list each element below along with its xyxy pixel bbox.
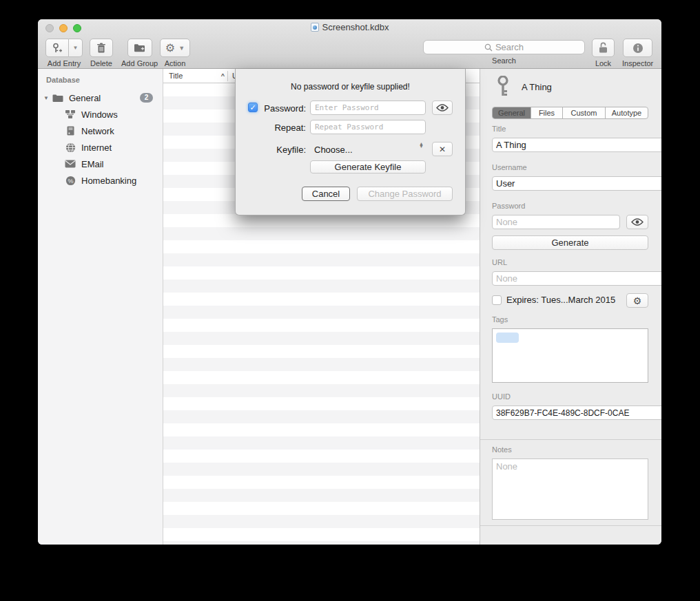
tab-autotype[interactable]: Autotype [606, 107, 648, 118]
inspector-panel: A Thing General Files Custom Autotype Ti… [480, 69, 661, 545]
sidebar-item-homebanking[interactable]: % Homebanking [38, 172, 163, 189]
change-password-sheet: No password or keyfile supplied! ✓ Passw… [235, 69, 466, 215]
gear-icon: ⚙ [165, 43, 175, 54]
password-field[interactable] [492, 215, 620, 229]
expires-settings-button[interactable]: ⚙ [626, 293, 648, 308]
action-group: ⚙ ▼ Action [160, 39, 190, 67]
tab-custom[interactable]: Custom [563, 107, 606, 118]
divider [480, 439, 661, 440]
add-entry-label: Add Entry [45, 59, 83, 67]
title-field[interactable] [492, 138, 661, 152]
sidebar-item-label: Windows [81, 109, 118, 120]
search-group: Search Search [423, 40, 585, 65]
sidebar-item-label: Internet [81, 143, 112, 153]
search-placeholder: Search [495, 42, 524, 52]
envelope-icon [64, 160, 76, 168]
toolbar: Screenshot.kdbx ▼ Add Entry [38, 19, 661, 69]
enter-password-field[interactable] [310, 101, 426, 115]
document-icon [311, 23, 319, 32]
add-entry-button[interactable]: ▼ [45, 39, 83, 57]
username-label: Username [492, 163, 648, 171]
generate-password-button[interactable]: Generate [492, 235, 648, 250]
folder-icon [52, 94, 64, 103]
sidebar-header: Database [38, 76, 163, 84]
column-header-title[interactable]: Title ^ [163, 72, 227, 80]
lock-group: Lock [592, 39, 615, 67]
delete-button[interactable] [90, 39, 113, 57]
add-group-group: Add Group [121, 39, 158, 67]
uuid-field[interactable] [492, 405, 661, 420]
sidebar-item-internet[interactable]: Internet [38, 139, 163, 156]
notes-field[interactable]: None [492, 458, 648, 520]
trash-icon [96, 43, 106, 54]
key-plus-icon [52, 43, 63, 54]
keyfile-popup[interactable]: Choose... [314, 145, 353, 155]
add-entry-dropdown[interactable]: ▼ [69, 39, 83, 57]
add-entry-group: ▼ Add Entry [45, 39, 83, 67]
notes-label: Notes [492, 445, 648, 454]
password-label: Password: [236, 103, 306, 114]
inspector-tabs: General Files Custom Autotype [492, 107, 648, 119]
generate-keyfile-button[interactable]: Generate Keyfile [310, 160, 426, 173]
expires-row: Expires: Tues...March 2015 [492, 295, 648, 305]
url-field[interactable] [492, 271, 661, 286]
expires-checkbox[interactable] [492, 295, 502, 305]
search-icon [484, 43, 493, 52]
window-title: Screenshot.kdbx [38, 22, 661, 32]
change-password-button[interactable]: Change Password [357, 187, 453, 201]
globe-icon [64, 143, 76, 153]
action-button[interactable]: ⚙ ▼ [160, 39, 190, 57]
search-label: Search [423, 56, 585, 65]
app-window: Screenshot.kdbx ▼ Add Entry [38, 19, 661, 545]
eye-icon [631, 218, 644, 226]
cancel-button[interactable]: Cancel [302, 187, 350, 201]
percent-coin-icon: % [64, 176, 76, 186]
sidebar-item-general[interactable]: ▼ General 2 [38, 89, 163, 106]
title-label: Title [492, 125, 648, 133]
tag-token[interactable] [496, 333, 519, 343]
count-badge: 2 [140, 93, 153, 103]
expires-label: Expires: Tues...March 2015 [506, 295, 615, 305]
disclosure-triangle-icon[interactable]: ▼ [43, 95, 52, 101]
gear-icon: ⚙ [633, 296, 642, 306]
windows-network-icon [64, 109, 76, 119]
repeat-password-field[interactable] [310, 120, 426, 134]
delete-group: Delete [90, 39, 113, 67]
tab-files[interactable]: Files [531, 107, 563, 118]
add-group-button[interactable] [127, 39, 152, 57]
entry-title-heading: A Thing [522, 82, 661, 92]
unlocked-padlock-icon [598, 42, 608, 54]
tags-box[interactable] [492, 328, 648, 383]
tags-label: Tags [492, 315, 648, 324]
folder-plus-icon [134, 43, 145, 53]
keyfile-label: Keyfile: [236, 145, 306, 155]
sidebar-item-network[interactable]: Network [38, 123, 163, 139]
reveal-password-button[interactable] [432, 101, 453, 115]
lock-button[interactable] [592, 39, 615, 57]
inspector-button[interactable] [623, 39, 652, 57]
clear-keyfile-button[interactable]: ✕ [432, 142, 453, 156]
inspector-label: Inspector [622, 59, 653, 67]
sidebar-item-email[interactable]: EMail [38, 156, 163, 172]
sidebar-item-label: General [69, 93, 101, 103]
tab-general[interactable]: General [493, 107, 531, 118]
svg-text:%: % [68, 177, 73, 184]
close-icon: ✕ [439, 145, 446, 154]
sidebar-item-label: EMail [81, 159, 104, 169]
username-field[interactable] [492, 176, 661, 191]
info-icon [632, 43, 644, 54]
delete-label: Delete [90, 59, 113, 67]
sheet-message: No password or keyfile supplied! [236, 82, 465, 92]
reveal-password-button[interactable] [626, 215, 648, 229]
server-icon [64, 126, 76, 136]
inspector-group: Inspector [622, 39, 653, 67]
add-group-label: Add Group [121, 59, 158, 67]
popup-stepper-icon[interactable]: ▲▼ [419, 143, 424, 148]
sidebar-item-windows[interactable]: Windows [38, 106, 163, 123]
search-input[interactable]: Search [423, 40, 585, 54]
sort-ascending-icon: ^ [221, 72, 225, 79]
sidebar-item-label: Homebanking [81, 176, 136, 186]
lock-label: Lock [592, 59, 615, 67]
sidebar-item-label: Network [81, 126, 114, 136]
action-label: Action [160, 59, 190, 67]
